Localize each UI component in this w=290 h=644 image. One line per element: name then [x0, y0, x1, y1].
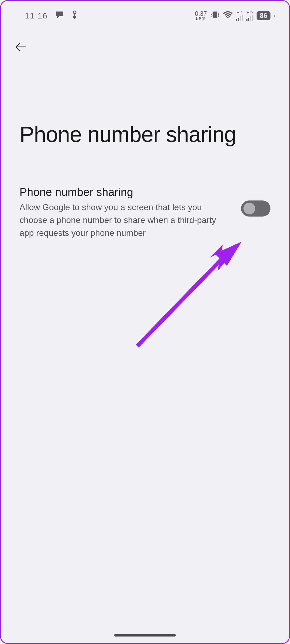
svg-marker-13 — [209, 242, 242, 271]
setting-phone-number-sharing[interactable]: Phone number sharing Allow Google to sho… — [1, 160, 289, 245]
svg-rect-6 — [242, 15, 243, 21]
svg-marker-14 — [215, 242, 242, 266]
setting-description: Allow Google to show you a screen that l… — [20, 201, 230, 239]
page-title: Phone number sharing — [1, 60, 289, 160]
svg-rect-11 — [274, 15, 275, 17]
svg-point-2 — [227, 17, 229, 18]
battery-level: 86 — [257, 11, 270, 20]
toggle-knob — [243, 203, 255, 214]
chat-icon — [55, 11, 64, 20]
svg-point-0 — [73, 11, 76, 14]
vibrate-icon — [211, 11, 220, 21]
app-bar — [1, 29, 289, 60]
status-right: 0.37 KB/S HD HD 86 — [195, 11, 276, 21]
setting-title: Phone number sharing — [20, 186, 230, 199]
signal-1: HD — [236, 11, 243, 21]
signal-2: HD — [246, 11, 253, 21]
data-rate: 0.37 KB/S — [195, 11, 207, 21]
annotation-arrow — [135, 242, 252, 350]
svg-rect-7 — [246, 19, 247, 21]
svg-rect-5 — [240, 16, 241, 21]
arrow-left-icon — [14, 40, 28, 54]
navigation-handle[interactable] — [114, 634, 176, 637]
location-icon — [71, 10, 78, 21]
status-bar: 11:16 0.37 KB/S HD HD 86 — [1, 1, 289, 29]
status-time: 11:16 — [25, 11, 48, 20]
svg-rect-8 — [248, 18, 249, 21]
toggle-switch[interactable] — [241, 200, 270, 217]
svg-line-12 — [137, 252, 228, 346]
back-button[interactable] — [14, 40, 276, 55]
svg-rect-9 — [250, 16, 251, 21]
setting-text: Phone number sharing Allow Google to sho… — [20, 186, 230, 239]
svg-rect-1 — [213, 12, 217, 18]
svg-rect-10 — [252, 15, 253, 21]
status-left: 11:16 — [25, 10, 78, 21]
wifi-icon — [223, 11, 232, 20]
svg-rect-3 — [236, 19, 237, 21]
battery-tip-icon — [274, 14, 276, 18]
svg-rect-4 — [238, 18, 239, 21]
